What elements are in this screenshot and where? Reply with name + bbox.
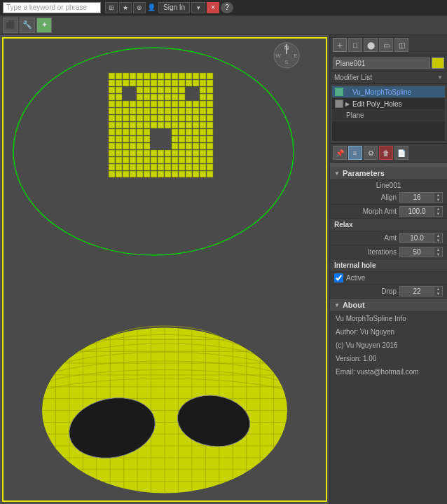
find-btn[interactable]: ⊞ xyxy=(105,2,118,13)
align-value[interactable]: 16 xyxy=(399,192,434,203)
close-btn[interactable]: × xyxy=(207,2,219,13)
relax-header: Relax xyxy=(330,219,447,231)
drop-label: Drop xyxy=(334,287,399,295)
svg-text:W: W xyxy=(275,53,281,59)
modifier-list-arrow[interactable]: ▼ xyxy=(437,74,443,81)
sign-in-btn[interactable]: Sign In xyxy=(158,2,190,13)
morph-amt-spinner[interactable]: ▲▼ xyxy=(434,206,443,217)
mod-delete-icon[interactable]: 🗑 xyxy=(379,146,393,160)
viewport: N S W E xyxy=(0,35,329,504)
toolbar-icon-1[interactable]: ⬛ xyxy=(3,18,18,33)
modifier-name-plane: Plane xyxy=(346,111,364,119)
drop-row: Drop 22 ▲▼ xyxy=(330,285,447,299)
modifier-name-morph: Vu_MorphToSpline xyxy=(352,88,411,96)
align-row: Align 16 ▲▼ xyxy=(330,191,447,205)
amt-value[interactable]: 10.0 xyxy=(399,233,434,243)
active-row: Active xyxy=(330,272,447,285)
relax-title: Relax xyxy=(334,221,353,229)
parameters-title: Parameters xyxy=(343,169,385,177)
second-toolbar: ⬛ 🔧 ✦ xyxy=(0,15,447,35)
panel-icon-4[interactable]: ◫ xyxy=(394,38,408,52)
svg-text:S: S xyxy=(284,59,288,65)
internal-hole-title: Internal hole xyxy=(334,261,376,269)
mod-script-icon[interactable]: 📄 xyxy=(394,146,408,160)
panel-icon-2[interactable]: ⬤ xyxy=(364,38,378,52)
about-arrow: ▼ xyxy=(334,302,340,308)
help-btn[interactable]: ? xyxy=(221,2,233,13)
modifier-list-title: Modifier List xyxy=(334,74,372,81)
main-area: N S W E + □ ⬤ ▭ ◫ xyxy=(0,35,447,504)
parameters-arrow: ▼ xyxy=(334,170,340,177)
mod-config-icon[interactable]: ⚙ xyxy=(364,146,378,160)
about-line5: Email: vusta@hotmail.com xyxy=(330,365,447,379)
iterations-spinner[interactable]: ▲▼ xyxy=(434,247,443,257)
iterations-label: Iterations xyxy=(334,248,399,256)
search-placeholder: Type a keyword or phrase xyxy=(6,4,87,11)
drop-spinner[interactable]: ▲▼ xyxy=(434,286,443,297)
expand-icon-editpoly: ▶ xyxy=(345,101,351,107)
align-spinner[interactable]: ▲▼ xyxy=(434,192,443,203)
modifier-item-editpoly[interactable]: ▶ Edit Poly_Holes xyxy=(332,98,445,110)
iterations-row: Iterations 50 ▲▼ xyxy=(330,245,447,259)
amt-spinner[interactable]: ▲▼ xyxy=(434,233,443,243)
about-line1: Vu MorphToSpline Info xyxy=(330,312,447,325)
amt-row: Amt 10.0 ▲▼ xyxy=(330,231,447,245)
eye-icon-morph[interactable] xyxy=(335,88,343,96)
object-name-input[interactable] xyxy=(333,57,430,69)
object-color-swatch[interactable] xyxy=(432,57,444,69)
panel-icon-1[interactable]: □ xyxy=(348,38,362,52)
dropdown-btn[interactable]: ▾ xyxy=(191,2,205,13)
modifier-stack: Vu_MorphToSpline ▶ Edit Poly_Holes Plane xyxy=(331,86,446,142)
toolbar-icon-3[interactable]: ✦ xyxy=(36,18,52,33)
modifier-name-editpoly: Edit Poly_Holes xyxy=(352,100,402,108)
modifier-list-label: Modifier List ▼ xyxy=(330,71,447,84)
about-line3: (c) Vu Nguyen 2016 xyxy=(330,339,447,352)
toolbar-icon-2[interactable]: 🔧 xyxy=(20,18,35,33)
feed-btn[interactable]: ⊕ xyxy=(133,2,146,13)
panel-top-icons: + □ ⬤ ▭ ◫ xyxy=(330,35,447,55)
object-name-row xyxy=(330,55,447,71)
top-toolbar: Type a keyword or phrase ⊞ ★ ⊕ 👤 Sign In… xyxy=(0,0,447,15)
internal-hole-header: Internal hole xyxy=(330,259,447,272)
drop-value[interactable]: 22 xyxy=(399,286,434,297)
north-indicator: N S W E xyxy=(273,41,301,69)
bookmark-btn[interactable]: ★ xyxy=(119,2,132,13)
right-panel: + □ ⬤ ▭ ◫ Modifier List ▼ Vu_MorphToSpli… xyxy=(329,35,447,504)
iterations-value[interactable]: 50 xyxy=(399,247,434,257)
morph-amt-label: Morph Amt xyxy=(334,207,399,215)
panel-icon-3[interactable]: ▭ xyxy=(379,38,393,52)
parameters-section-header[interactable]: ▼ Parameters xyxy=(330,167,447,180)
morph-amt-row: Morph Amt 100.0 ▲▼ xyxy=(330,205,447,219)
active-checkbox[interactable] xyxy=(334,273,343,282)
modifier-bottom-icons: 📌 ≡ ⚙ 🗑 📄 xyxy=(330,143,447,163)
align-label: Align xyxy=(334,193,399,201)
about-section-header[interactable]: ▼ About xyxy=(330,299,447,312)
about-title: About xyxy=(343,301,365,309)
mod-pin-icon[interactable]: 📌 xyxy=(333,146,347,160)
modifier-item-morph[interactable]: Vu_MorphToSpline xyxy=(332,86,445,98)
about-line2: Author: Vu Nguyen xyxy=(330,325,447,339)
eye-icon-editpoly[interactable] xyxy=(335,100,343,108)
morph-amt-value[interactable]: 100.0 xyxy=(399,206,434,217)
add-modifier-btn[interactable]: + xyxy=(333,38,347,52)
mod-stack-icon[interactable]: ≡ xyxy=(348,146,362,160)
line001-label: Line001 xyxy=(330,180,447,191)
active-label: Active xyxy=(346,274,365,282)
svg-text:E: E xyxy=(294,53,297,59)
amt-label: Amt xyxy=(334,234,399,242)
modifier-item-plane[interactable]: Plane xyxy=(332,110,445,121)
about-line4: Version: 1.00 xyxy=(330,352,447,365)
